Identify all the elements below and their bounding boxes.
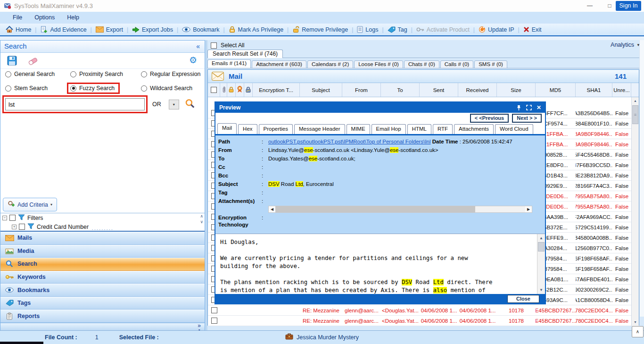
row-checkbox[interactable] [211,307,217,313]
menu-item-help[interactable]: Help [61,12,85,24]
toolbar-mark-as-privilege[interactable]: Mark As Privilege [226,26,287,33]
scroll-up-icon[interactable]: ▲ [632,97,639,105]
preview-tab-hex[interactable]: Hex [238,124,257,134]
radio-regular-expression[interactable]: Regular Expression [139,70,202,78]
preview-tab-email-hop[interactable]: Email Hop [372,124,406,134]
column-header-badge[interactable] [236,83,244,97]
close-preview-icon[interactable]: ✕ [537,104,541,111]
expand-node-icon[interactable]: + [12,225,17,229]
table-row[interactable]: RE: Mezzanineglenn@aarc...<Douglas.Yat..… [208,305,632,316]
sidebar-item-reports[interactable]: Reports [0,310,205,323]
previous-button[interactable]: < <Previous [470,114,509,123]
sidebar-item-tags[interactable]: Tags [0,297,205,310]
sidebar-overflow-strip[interactable]: »▼ [0,323,205,331]
select-all-checkbox[interactable] [211,42,217,49]
search-settings-gear-icon[interactable]: ⚙ [189,55,197,66]
tree-scroll-arrows[interactable]: ∧∨ [200,214,203,224]
column-header-sel[interactable] [208,83,220,97]
maximize-button[interactable]: □ [603,1,617,10]
scroll-down-icon[interactable]: ▼ [537,286,545,294]
filters-checkbox[interactable] [9,215,16,221]
scrollbar-thumb[interactable] [632,105,638,124]
scrollbar-thumb[interactable] [275,206,475,212]
scroll-left-icon[interactable]: ◀ [269,207,275,211]
toolbar-exit[interactable]: Exit [520,26,545,33]
column-header-to[interactable]: To [381,83,420,97]
column-header-sha1[interactable]: SHA1 [576,83,612,97]
tab-attachment-603[interactable]: Attachment # (603) [252,60,306,68]
preview-tab-message-header[interactable]: Message Header [294,124,345,134]
scrollbar-thumb[interactable] [538,242,545,252]
preview-tab-mime[interactable]: MIME [347,124,370,134]
radio-proximity-search[interactable]: Proximity Search [68,70,125,78]
attachments-scrollbar[interactable]: ◀▶ [268,206,532,213]
sidebar-item-media[interactable]: Media [0,245,205,258]
sign-in-button[interactable]: Sign In [616,1,641,11]
toolbar-export-jobs[interactable]: Export Jobs [129,26,176,33]
collapse-panel-icon[interactable]: « [196,42,200,50]
tab-chats-0[interactable]: Chats # (0) [404,60,439,68]
toolbar-update-ip[interactable]: Update IP [476,26,517,33]
toolbar-export[interactable]: Export [93,26,126,33]
preview-tab-rtf[interactable]: RTF [433,124,453,134]
body-scrollbar[interactable]: ▲ ▼ [537,234,545,294]
scroll-right-icon[interactable]: ▶ [525,207,532,211]
toolbar-remove-privilege[interactable]: Remove Privilege [289,26,351,33]
save-search-icon[interactable] [7,56,17,67]
operator-dropdown-button[interactable]: ▾ [169,100,179,109]
expand-icon[interactable] [526,105,532,110]
minimize-button[interactable]: — [583,1,597,10]
menu-item-file[interactable]: File [7,12,28,24]
splitter-handle[interactable]: ········· [91,228,113,231]
search-input[interactable] [5,98,145,110]
toolbar-add-evidence[interactable]: Add Evidence [37,26,89,34]
column-header-privilege[interactable] [227,83,236,97]
radio-wildcard-search[interactable]: Wildcard Search [139,84,194,92]
sidebar-item-bookmarks[interactable]: Bookmarks [0,284,205,297]
column-header-enc[interactable]: Encryption T... [253,83,300,97]
sidebar-item-mails[interactable]: Mails [0,232,205,245]
sidebar-item-keywords[interactable]: Keywords [0,271,205,284]
table-vertical-scrollbar[interactable]: ▲ ▼ [631,97,639,326]
close-button[interactable]: Close [507,295,539,303]
path-link[interactable]: outlookPST.pst\outlookPST.pst\IPMRoot\To… [268,139,431,144]
radio-general-search[interactable]: General Search [3,70,57,78]
scroll-down-icon[interactable]: ▼ [632,319,639,326]
pin-icon[interactable] [516,105,521,111]
next-button[interactable]: Next > > [512,114,542,123]
collapse-statusbar-button[interactable]: ∧ [632,326,644,337]
preview-tab-word-cloud[interactable]: Word Cloud [495,124,533,134]
credit-card-checkbox[interactable] [19,224,25,230]
tab-sms-0[interactable]: SMS # (0) [474,60,507,68]
preview-tab-attachments[interactable]: Attachments [454,124,494,134]
tab-emails-141[interactable]: Emails # (141) [207,59,251,68]
column-header-unread[interactable]: Unre... [612,83,631,97]
preview-tab-mail[interactable]: Mail [217,123,237,134]
column-header-attachment[interactable] [220,83,227,97]
clear-search-icon[interactable] [27,57,39,67]
table-row[interactable]: RE: Mezzanineglenn@aarc...<Douglas.Yat..… [208,316,632,326]
row-checkbox[interactable] [211,318,217,324]
column-header-subject[interactable]: Subject [300,83,342,97]
column-header-encrypted[interactable] [244,83,253,97]
tab-calls-0[interactable]: Calls # (0) [440,60,473,68]
add-criteria-button[interactable]: Add Criteria ▾ [3,198,57,211]
scroll-track[interactable] [275,206,525,212]
sidebar-item-search[interactable]: Search [0,258,205,271]
collapse-node-icon[interactable]: − [2,216,7,220]
menu-item-options[interactable]: Options [28,12,61,24]
analytics-dropdown[interactable]: Analytics ▼ [611,42,640,48]
column-header-size[interactable]: Size [497,83,536,97]
preview-tab-properties[interactable]: Properties [259,124,293,134]
header-checkbox[interactable] [211,87,217,93]
radio-stem-search[interactable]: Stem Search [3,84,50,92]
preview-tab-html[interactable]: HTML [407,124,431,134]
run-search-icon[interactable] [185,99,195,110]
filters-root-row[interactable]: − Filters [0,213,205,222]
tab-loose-files-0[interactable]: Loose Files # (0) [354,60,403,68]
result-set-tab[interactable]: Search Result Set # (746) [207,50,283,58]
toolbar-activate-product[interactable]: Activate Product [413,26,472,33]
toolbar-home[interactable]: Home [3,26,34,33]
toolbar-logs[interactable]: Logs [354,26,381,33]
tab-calendars-2[interactable]: Calendars # (2) [307,60,353,68]
